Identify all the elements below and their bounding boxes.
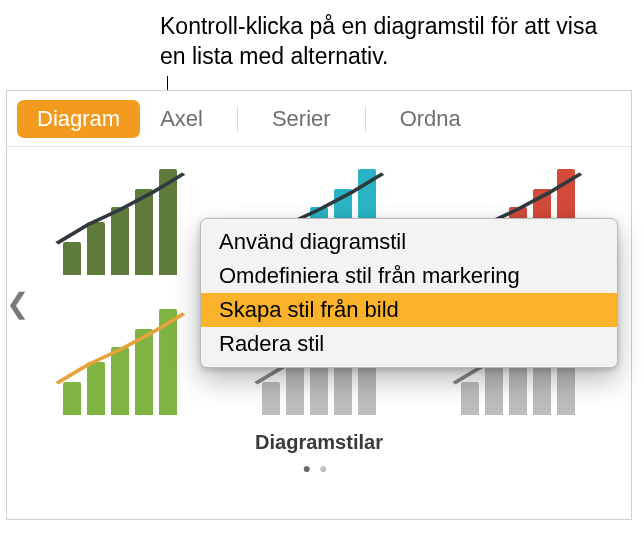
chart-bar <box>262 382 280 415</box>
context-menu-item[interactable]: Radera stil <box>201 327 617 361</box>
context-menu-item[interactable]: Använd diagramstil <box>201 225 617 259</box>
context-menu-item[interactable]: Skapa stil från bild <box>201 293 617 327</box>
chart-bar <box>159 169 177 275</box>
chart-bar <box>87 362 105 415</box>
chart-styles-title: Diagramstilar <box>19 431 619 454</box>
tab-separator <box>365 106 366 132</box>
tab-diagram[interactable]: Diagram <box>17 100 140 138</box>
page-dot[interactable]: ● <box>319 460 335 476</box>
chart-bar <box>111 207 129 275</box>
tab-serier[interactable]: Serier <box>252 100 351 138</box>
chart-style-thumb[interactable] <box>41 305 200 415</box>
chart-bar <box>111 347 129 415</box>
chart-bar <box>135 329 153 415</box>
chart-bar <box>63 242 81 275</box>
chart-bar <box>159 309 177 415</box>
tab-bar: Diagram Axel Serier Ordna <box>7 91 631 147</box>
tab-axel[interactable]: Axel <box>140 100 223 138</box>
context-menu: Använd diagramstilOmdefiniera stil från … <box>200 218 618 368</box>
chart-bar <box>286 362 304 415</box>
tab-separator <box>237 106 238 132</box>
chart-bar <box>461 382 479 415</box>
chart-style-thumb[interactable] <box>41 165 200 275</box>
page-dot-active[interactable]: ● <box>303 460 319 476</box>
page-dots[interactable]: ●● <box>19 460 619 476</box>
chart-bar <box>135 189 153 275</box>
chart-bar <box>485 362 503 415</box>
callout-text: Kontroll-klicka på en diagramstil för at… <box>160 12 600 72</box>
chevron-left-icon[interactable]: ❮ <box>5 287 29 320</box>
chart-bar <box>63 382 81 415</box>
tab-ordna[interactable]: Ordna <box>380 100 481 138</box>
chart-bar <box>87 222 105 275</box>
context-menu-item[interactable]: Omdefiniera stil från markering <box>201 259 617 293</box>
